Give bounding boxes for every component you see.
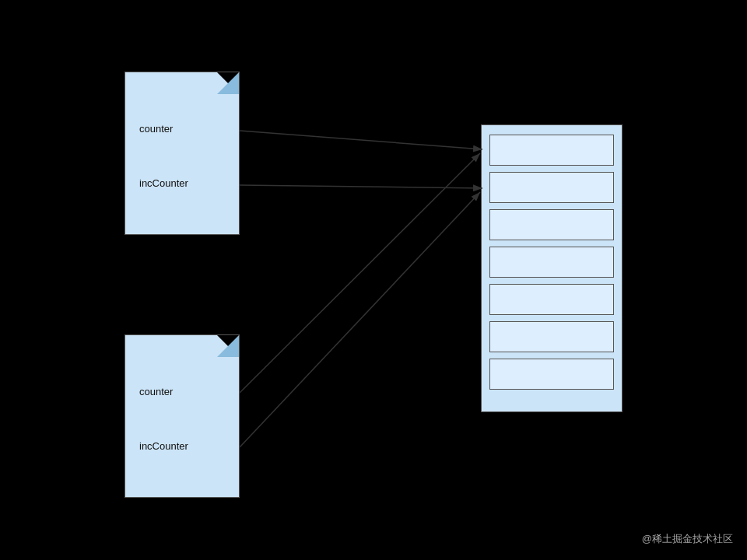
panel-row-2	[489, 172, 614, 203]
watermark: @稀土掘金技术社区	[642, 532, 733, 546]
panel-row-3	[489, 209, 614, 240]
panel-row-1	[489, 135, 614, 166]
arrow-top-incCounter	[240, 185, 482, 188]
panel-row-4	[489, 247, 614, 278]
arrow-bottom-counter	[240, 153, 480, 393]
doc-top: counter incCounter	[124, 72, 240, 235]
panel-row-5	[489, 284, 614, 315]
arrows-svg	[0, 0, 747, 560]
arrow-bottom-incCounter	[240, 192, 480, 447]
doc-top-counter-label: counter	[139, 123, 173, 135]
right-panel	[481, 124, 622, 412]
arrow-top-counter	[240, 131, 482, 149]
panel-row-6	[489, 321, 614, 352]
panel-row-7	[489, 359, 614, 390]
doc-top-incCounter-label: incCounter	[139, 177, 188, 189]
doc-bottom-counter-label: counter	[139, 386, 173, 397]
diagram-area: counter incCounter counter incCounter	[0, 0, 747, 560]
doc-bottom-incCounter-label: incCounter	[139, 440, 188, 452]
doc-bottom: counter incCounter	[124, 334, 240, 498]
